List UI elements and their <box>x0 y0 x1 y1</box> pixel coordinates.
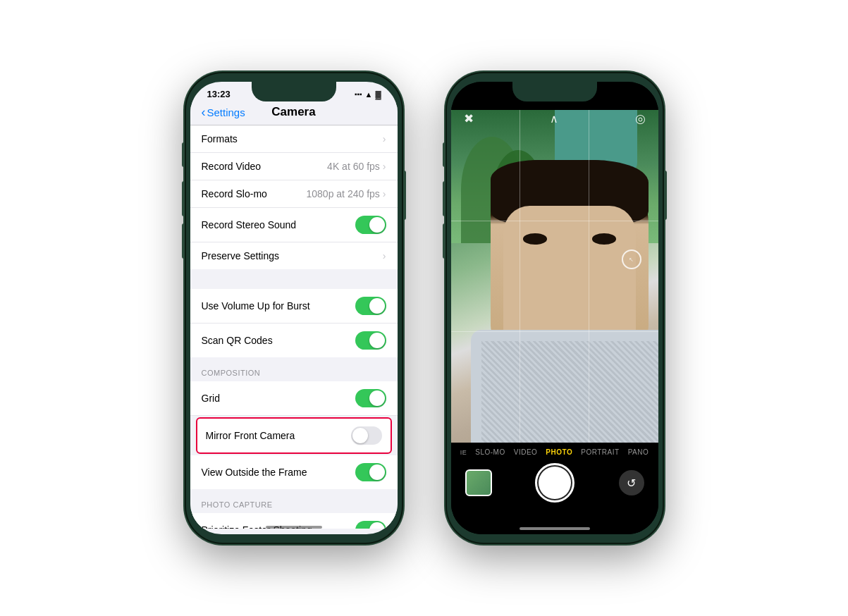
mode-tab-video[interactable]: VIDEO <box>514 448 538 456</box>
record-stereo-label: Record Stereo Sound <box>202 219 297 230</box>
page-title: Camera <box>271 105 315 119</box>
volume-up-button[interactable] <box>443 181 445 216</box>
flash-off-icon[interactable]: ✖ <box>464 111 474 126</box>
notch <box>512 82 597 101</box>
mode-tab-pano[interactable]: PANO <box>628 448 649 456</box>
record-slomo-label: Record Slo-mo <box>202 188 267 199</box>
scan-qr-row[interactable]: Scan QR Codes <box>190 324 398 357</box>
formats-row[interactable]: Formats › <box>190 125 398 153</box>
grid-h1 <box>451 221 658 221</box>
preserve-settings-row[interactable]: Preserve Settings › <box>190 242 398 269</box>
volume-burst-row[interactable]: Use Volume Up for Burst <box>190 289 398 324</box>
mode-tab-portrait[interactable]: PORTRAIT <box>581 448 619 456</box>
mode-tab-ie[interactable]: IE <box>460 449 467 456</box>
shutter-row: ↺ <box>451 463 658 503</box>
mute-button[interactable] <box>443 142 445 167</box>
home-indicator <box>266 526 322 529</box>
record-video-value: 4K at 60 fps › <box>327 161 386 172</box>
scan-qr-label: Scan QR Codes <box>202 335 273 346</box>
battery-icon: ▓ <box>375 90 380 99</box>
settings-group-1: Formats › Record Video 4K at 60 fps › Re… <box>190 125 398 269</box>
camera-mode-tabs: IE SLO-MO VIDEO PHOTO PORTRAIT PANO <box>460 448 649 456</box>
divider-1 <box>190 269 398 289</box>
left-phone: 13:23 ▪▪▪ ▲ ▓ ‹ Settings Camera Formats <box>185 72 403 544</box>
left-phone-screen: 13:23 ▪▪▪ ▲ ▓ ‹ Settings Camera Formats <box>190 82 398 534</box>
grid-v2 <box>589 110 589 443</box>
mirror-row-wrapper: Mirror Front Camera <box>190 416 398 455</box>
settings-group-2: Use Volume Up for Burst Scan QR Codes <box>190 289 398 357</box>
flip-camera-button[interactable]: ↺ <box>619 470 644 495</box>
shutter-button[interactable] <box>535 463 574 503</box>
right-phone: ✖ ∧ ◎ <box>445 72 664 544</box>
record-slomo-row[interactable]: Record Slo-mo 1080p at 240 fps › <box>190 180 398 208</box>
chevron-right-icon: › <box>383 133 386 144</box>
status-icons: ▪▪▪ ▲ ▓ <box>355 90 381 99</box>
grid-toggle[interactable] <box>355 389 386 407</box>
shutter-inner <box>539 467 571 499</box>
flip-icon: ↺ <box>627 476 636 490</box>
mirror-front-camera-toggle[interactable] <box>351 426 382 445</box>
settings-content: Formats › Record Video 4K at 60 fps › Re… <box>190 125 398 529</box>
toggle-knob <box>352 428 368 443</box>
volume-down-button[interactable] <box>182 223 185 259</box>
composition-header: COMPOSITION <box>190 357 398 381</box>
chevron-right-icon: › <box>383 161 386 172</box>
mirror-front-camera-row[interactable]: Mirror Front Camera <box>196 417 392 454</box>
chevron-right-icon: › <box>383 188 386 199</box>
live-photo-icon[interactable]: ◎ <box>635 111 646 126</box>
mute-button[interactable] <box>182 142 185 167</box>
photo-capture-header: PHOTO CAPTURE <box>190 489 398 513</box>
back-label: Settings <box>207 106 245 118</box>
chevron-back-icon: ‹ <box>202 105 206 120</box>
status-time: 13:23 <box>207 89 231 99</box>
record-video-row[interactable]: Record Video 4K at 60 fps › <box>190 153 398 180</box>
mirror-front-camera-label: Mirror Front Camera <box>206 430 295 441</box>
camera-viewfinder: ↖ <box>451 110 658 443</box>
mode-tab-slomo[interactable]: SLO-MO <box>475 448 505 456</box>
power-button[interactable] <box>403 171 406 220</box>
focus-icon: ↖ <box>629 257 634 263</box>
chevron-right-icon: › <box>383 250 386 261</box>
grid-v1 <box>520 110 520 443</box>
signal-icon: ▪▪▪ <box>355 90 362 98</box>
camera-bottom-bar: IE SLO-MO VIDEO PHOTO PORTRAIT PANO ↺ <box>451 443 658 534</box>
home-indicator <box>520 527 590 530</box>
toggle-knob <box>369 333 385 348</box>
grid-label: Grid <box>202 393 220 404</box>
grid-overlay <box>451 110 658 443</box>
record-slomo-text: 1080p at 240 fps <box>307 188 380 199</box>
preserve-settings-label: Preserve Settings <box>202 250 280 261</box>
volume-burst-label: Use Volume Up for Burst <box>202 300 310 312</box>
toggle-knob <box>369 464 385 480</box>
formats-value: › <box>383 133 386 144</box>
power-button[interactable] <box>664 171 667 220</box>
toggle-knob <box>369 298 385 314</box>
scan-qr-toggle[interactable] <box>355 331 386 350</box>
grid-row[interactable]: Grid <box>190 381 398 416</box>
toggle-knob <box>369 217 385 233</box>
nav-bar: ‹ Settings Camera <box>190 102 398 125</box>
toggle-knob <box>369 390 385 406</box>
record-video-text: 4K at 60 fps <box>327 161 380 172</box>
wifi-icon: ▲ <box>365 90 373 99</box>
record-stereo-toggle[interactable] <box>355 216 386 234</box>
volume-down-button[interactable] <box>443 223 445 259</box>
view-outside-toggle[interactable] <box>355 463 386 481</box>
prioritize-shooting-toggle[interactable] <box>355 521 386 529</box>
chevron-up-icon[interactable]: ∧ <box>550 112 558 125</box>
toggle-knob <box>369 522 385 529</box>
record-stereo-row[interactable]: Record Stereo Sound <box>190 208 398 242</box>
preserve-settings-value: › <box>383 250 386 261</box>
photo-thumbnail[interactable] <box>465 469 492 496</box>
grid-h2 <box>451 331 658 332</box>
settings-group-3: Grid Mirror Front Camera View Outsi <box>190 381 398 489</box>
volume-up-button[interactable] <box>182 181 185 216</box>
formats-label: Formats <box>202 133 238 144</box>
camera-screen: ✖ ∧ ◎ <box>451 82 658 534</box>
mode-tab-photo[interactable]: PHOTO <box>546 448 572 456</box>
view-outside-row[interactable]: View Outside the Frame <box>190 455 398 489</box>
record-slomo-value: 1080p at 240 fps › <box>307 188 386 199</box>
back-button[interactable]: ‹ Settings <box>202 105 245 120</box>
volume-burst-toggle[interactable] <box>355 297 386 315</box>
record-video-label: Record Video <box>202 161 262 172</box>
